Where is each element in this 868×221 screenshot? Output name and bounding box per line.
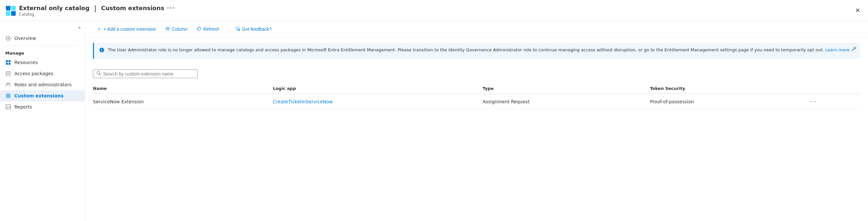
sidebar-item-custom-extensions[interactable]: Custom extensions bbox=[0, 90, 85, 101]
svg-line-31 bbox=[99, 74, 100, 75]
search-input[interactable] bbox=[103, 71, 194, 76]
add-custom-extension-button[interactable]: ＋ + Add a custom extension bbox=[93, 24, 160, 34]
svg-rect-7 bbox=[8, 60, 10, 62]
row-more-actions: ··· bbox=[807, 94, 860, 109]
sidebar-divider-manage bbox=[5, 45, 80, 45]
column-label: Column bbox=[172, 27, 188, 32]
sidebar-collapse[interactable]: « bbox=[0, 24, 85, 33]
banner-text: The User Administrator role is no longer… bbox=[108, 47, 854, 53]
sidebar-item-custom-extensions-label: Custom extensions bbox=[14, 93, 63, 99]
svg-rect-8 bbox=[6, 63, 8, 65]
svg-rect-3 bbox=[11, 11, 16, 16]
table-area: Name Logic app Type Token Security Servi… bbox=[85, 81, 868, 221]
row-token-security: Proof-of-possession bbox=[650, 94, 807, 109]
sidebar-item-overview-label: Overview bbox=[14, 36, 36, 41]
learn-more-link[interactable]: Learn more ↗ bbox=[825, 47, 854, 52]
roles-icon bbox=[5, 82, 11, 87]
sidebar-item-resources-label: Resources bbox=[14, 60, 38, 65]
sidebar-item-access-packages-label: Access packages bbox=[14, 71, 53, 76]
sidebar-item-reports[interactable]: Reports bbox=[0, 101, 85, 112]
refresh-button[interactable]: Refresh bbox=[193, 25, 223, 34]
reports-icon bbox=[5, 104, 11, 110]
info-icon: i bbox=[99, 47, 104, 55]
svg-point-15 bbox=[9, 83, 10, 84]
svg-rect-25 bbox=[165, 29, 169, 30]
row-logic-app: CreateTicketInServiceNow bbox=[273, 94, 483, 109]
sidebar-manage-header: Manage bbox=[0, 47, 85, 57]
header-title: External only catalog | Custom extension… bbox=[19, 4, 176, 12]
refresh-label: Refresh bbox=[203, 27, 219, 32]
search-box bbox=[93, 69, 198, 78]
toolbar-divider bbox=[227, 25, 227, 33]
feedback-button[interactable]: Got feedback? bbox=[231, 25, 276, 34]
access-packages-icon bbox=[5, 71, 11, 76]
search-icon bbox=[97, 71, 101, 76]
svg-rect-24 bbox=[165, 29, 169, 29]
toolbar: ＋ + Add a custom extension Column bbox=[85, 21, 868, 38]
svg-point-27 bbox=[238, 29, 240, 30]
col-token-security: Token Security bbox=[650, 83, 807, 94]
feedback-label: Got feedback? bbox=[242, 27, 272, 32]
header-separator: | bbox=[94, 4, 96, 12]
sidebar-item-roles-administrators[interactable]: Roles and administrators bbox=[0, 79, 85, 90]
col-actions bbox=[807, 83, 860, 94]
add-label: + Add a custom extension bbox=[103, 27, 156, 32]
data-table: Name Logic app Type Token Security Servi… bbox=[93, 83, 860, 109]
row-type: Assignment Request bbox=[483, 94, 650, 109]
table-row: ServiceNow Extension CreateTicketInServi… bbox=[93, 94, 860, 109]
row-name: ServiceNow Extension bbox=[93, 94, 273, 109]
svg-point-5 bbox=[7, 38, 9, 39]
refresh-icon bbox=[197, 27, 201, 32]
col-name: Name bbox=[93, 83, 273, 94]
close-button[interactable]: ✕ bbox=[852, 6, 863, 15]
add-icon: ＋ bbox=[97, 26, 101, 32]
search-area bbox=[85, 64, 868, 81]
header-subtitle: Catalog bbox=[19, 12, 176, 17]
page-title: Custom extensions bbox=[101, 5, 164, 11]
svg-rect-23 bbox=[165, 27, 169, 28]
column-button[interactable]: Column bbox=[161, 25, 191, 34]
svg-point-14 bbox=[7, 83, 8, 85]
svg-text:i: i bbox=[101, 48, 102, 52]
main-layout: « Overview Manage Res bbox=[0, 21, 868, 221]
logic-app-link[interactable]: CreateTicketInServiceNow bbox=[273, 99, 333, 104]
row-more-button[interactable]: ··· bbox=[807, 98, 819, 106]
sidebar-item-resources[interactable]: Resources bbox=[0, 57, 85, 68]
table-header-row: Name Logic app Type Token Security bbox=[93, 83, 860, 94]
sidebar-item-roles-label: Roles and administrators bbox=[14, 82, 72, 87]
sidebar-item-access-packages[interactable]: Access packages bbox=[0, 68, 85, 79]
svg-rect-2 bbox=[6, 11, 10, 16]
sidebar-item-overview[interactable]: Overview bbox=[0, 33, 85, 44]
catalog-name: External only catalog bbox=[19, 5, 89, 11]
header-title-group: External only catalog | Custom extension… bbox=[19, 4, 176, 17]
overview-icon bbox=[5, 35, 11, 41]
page-header: External only catalog | Custom extension… bbox=[0, 0, 868, 21]
sidebar-item-reports-label: Reports bbox=[14, 104, 32, 110]
col-logic-app: Logic app bbox=[273, 83, 483, 94]
custom-extensions-icon bbox=[5, 93, 11, 99]
svg-rect-1 bbox=[11, 6, 16, 10]
collapse-icon[interactable]: « bbox=[78, 25, 81, 30]
header-more-icon[interactable]: ··· bbox=[167, 5, 176, 11]
svg-rect-0 bbox=[6, 6, 10, 10]
info-banner: i The User Administrator role is no long… bbox=[93, 43, 860, 59]
content-area: ＋ + Add a custom extension Column bbox=[85, 21, 868, 221]
sidebar: « Overview Manage Res bbox=[0, 21, 85, 221]
banner-close-button[interactable]: ✕ bbox=[853, 45, 857, 51]
svg-rect-6 bbox=[6, 60, 8, 62]
col-type: Type bbox=[483, 83, 650, 94]
azure-logo-icon bbox=[5, 5, 16, 16]
svg-rect-9 bbox=[8, 63, 10, 65]
resources-icon bbox=[5, 60, 11, 65]
header-left: External only catalog | Custom extension… bbox=[5, 4, 176, 17]
feedback-icon bbox=[235, 27, 240, 32]
column-icon bbox=[165, 27, 170, 32]
